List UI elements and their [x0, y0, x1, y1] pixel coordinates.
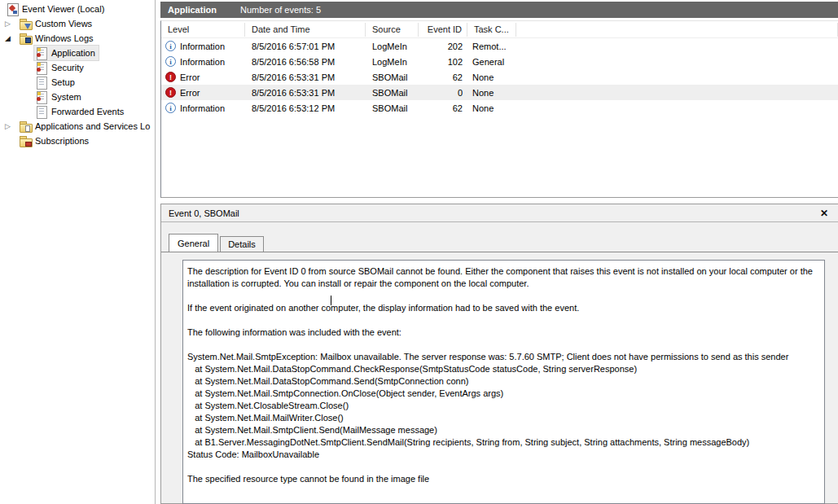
table-row[interactable]: iInformation 8/5/2016 6:56:58 PM LogMeIn… [161, 54, 838, 69]
event-viewer-window: Event Viewer (Local) ▷ Custom Views ◢ Wi… [0, 0, 838, 504]
tree-item-forwarded-events[interactable]: Forwarded Events [0, 104, 154, 119]
tab-general[interactable]: General [169, 234, 218, 252]
windows-logs-folder-icon [19, 32, 32, 45]
tree-item-subscriptions[interactable]: Subscriptions [0, 134, 154, 148]
information-icon: i [165, 103, 176, 113]
datetime-value: 8/5/2016 6:57:01 PM [245, 42, 366, 51]
datetime-value: 8/5/2016 6:56:58 PM [245, 57, 366, 67]
tree-item-applications-services[interactable]: ▷ Applications and Services Lo [0, 119, 154, 134]
log-name: Application [168, 5, 217, 15]
error-icon: ! [165, 72, 176, 82]
security-log-icon [35, 61, 48, 74]
task-category-value: None [467, 103, 516, 113]
main-pane: Application Number of events: 5 Level Da… [160, 0, 838, 504]
table-row-selected[interactable]: !Error 8/5/2016 6:53:31 PM SBOMail 0 Non… [161, 85, 838, 100]
information-icon: i [165, 56, 176, 67]
event-id-value: 62 [419, 103, 467, 113]
level-value: Information [180, 103, 225, 113]
level-value: Error [180, 72, 200, 82]
column-header-task-category[interactable]: Task C... [467, 23, 516, 37]
tree-item-label: Subscriptions [35, 136, 89, 146]
forwarded-events-log-icon [35, 105, 48, 118]
event-id-value: 202 [419, 42, 467, 51]
column-header-datetime[interactable]: Date and Time [245, 23, 366, 37]
event-list: Level Date and Time Source Event ID Task… [160, 20, 838, 198]
source-value: SBOMail [366, 88, 419, 98]
system-log-icon [35, 90, 48, 103]
source-value: SBOMail [366, 72, 419, 82]
task-category-value: General [467, 57, 516, 67]
table-row[interactable]: !Error 8/5/2016 6:53:31 PM SBOMail 62 No… [161, 69, 838, 85]
information-icon: i [165, 41, 176, 51]
preview-title: Event 0, SBOMail [169, 208, 239, 218]
applications-services-folder-icon [19, 120, 32, 133]
expander-expanded-icon[interactable]: ◢ [5, 35, 17, 42]
events-count: Number of events: 5 [240, 5, 321, 15]
source-value: SBOMail [366, 103, 419, 113]
expander-collapsed-icon[interactable]: ▷ [5, 123, 17, 130]
expander-collapsed-icon[interactable]: ▷ [5, 20, 17, 28]
tree-item-windows-logs[interactable]: ◢ Windows Logs [0, 31, 154, 46]
tree-item-label: Custom Views [35, 19, 92, 28]
tree-item-setup[interactable]: Setup [0, 75, 154, 90]
tree-item-label: Event Viewer (Local) [22, 4, 104, 14]
event-id-value: 62 [419, 72, 467, 82]
text-caret [331, 296, 331, 305]
tree-item-label: Security [51, 63, 84, 72]
datetime-value: 8/5/2016 6:53:31 PM [245, 88, 366, 98]
tab-details[interactable]: Details [220, 236, 264, 252]
task-category-value: None [467, 88, 516, 98]
tree-item-custom-views[interactable]: ▷ Custom Views [0, 16, 154, 31]
tree-item-label: Windows Logs [35, 33, 94, 43]
selected-tree-node[interactable]: Application [33, 45, 99, 61]
subscriptions-folder-icon [19, 134, 32, 147]
level-value: Information [180, 42, 225, 51]
event-id-value: 0 [419, 88, 467, 98]
event-id-value: 102 [419, 57, 467, 67]
source-value: LogMeIn [366, 57, 419, 67]
tree-item-label: Application [51, 48, 95, 58]
event-viewer-icon [6, 2, 19, 15]
level-value: Information [180, 57, 225, 67]
column-header-source[interactable]: Source [366, 23, 419, 37]
error-icon: ! [165, 87, 176, 98]
tree-item-application[interactable]: Application [0, 46, 154, 60]
column-header-event-id[interactable]: Event ID [419, 23, 467, 37]
application-log-icon [35, 46, 48, 59]
table-row[interactable]: iInformation 8/5/2016 6:53:12 PM SBOMail… [161, 100, 838, 116]
datetime-value: 8/5/2016 6:53:12 PM [245, 103, 366, 113]
tree-item-event-viewer-root[interactable]: Event Viewer (Local) [0, 2, 154, 16]
preview-title-bar: Event 0, SBOMail ✕ [161, 204, 838, 222]
custom-views-folder-icon [19, 17, 32, 30]
tree-item-security[interactable]: Security [0, 60, 154, 75]
column-header-level[interactable]: Level [161, 23, 245, 37]
source-value: LogMeIn [366, 42, 419, 51]
table-row[interactable]: iInformation 8/5/2016 6:57:01 PM LogMeIn… [161, 38, 838, 54]
event-description-text[interactable]: The description for Event ID 0 from sour… [182, 260, 825, 504]
task-category-value: Remot... [467, 42, 516, 51]
panel-splitter[interactable] [155, 0, 156, 504]
console-tree: Event Viewer (Local) ▷ Custom Views ◢ Wi… [0, 0, 154, 504]
tree-item-system[interactable]: System [0, 90, 154, 104]
tree-item-label: System [51, 92, 81, 102]
log-header-bar: Application Number of events: 5 [160, 2, 838, 18]
tree-item-label: Forwarded Events [51, 107, 124, 116]
preview-tabstrip: General Details [161, 231, 838, 252]
level-value: Error [180, 88, 200, 98]
datetime-value: 8/5/2016 6:53:31 PM [245, 72, 366, 82]
task-category-value: None [467, 72, 516, 82]
setup-log-icon [35, 76, 48, 89]
tree-item-label: Setup [51, 77, 75, 87]
event-list-header: Level Date and Time Source Event ID Task… [161, 21, 838, 38]
tree-item-label: Applications and Services Lo [35, 121, 150, 131]
event-preview-panel: Event 0, SBOMail ✕ General Details The d… [160, 204, 838, 504]
close-icon[interactable]: ✕ [818, 204, 831, 222]
